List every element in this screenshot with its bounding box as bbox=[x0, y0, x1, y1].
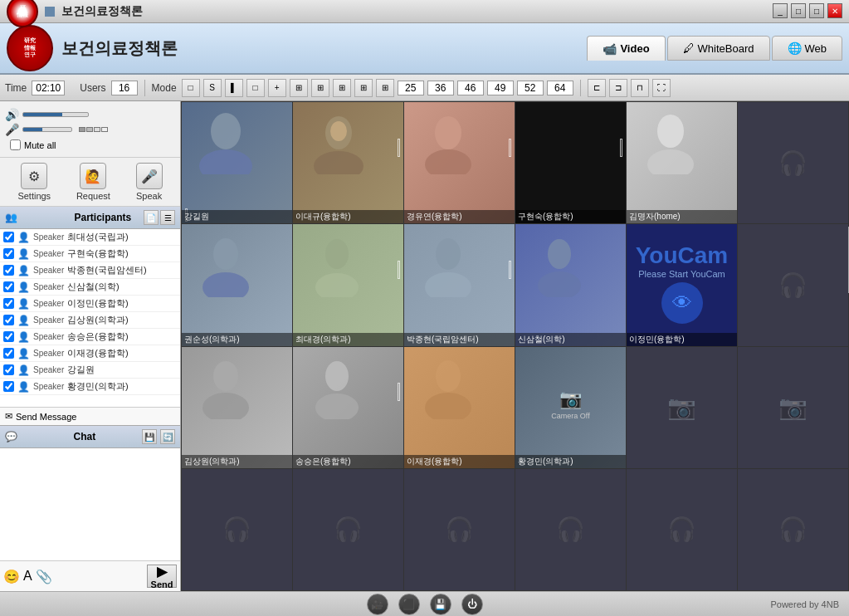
toolbar-fullscreen[interactable]: ⛶ bbox=[652, 79, 671, 97]
video-cell-황경민[interactable]: 📷 Camera Off 황경민(의학과) bbox=[515, 347, 626, 468]
send-button[interactable]: ▶ Send bbox=[147, 565, 177, 588]
chat-area bbox=[0, 448, 180, 560]
svg-point-19 bbox=[325, 361, 349, 391]
status-bar: 🎥 ⬛ 💾 ⏻ Powered by 4NB bbox=[0, 591, 849, 616]
toolbar-action-3[interactable]: ⊓ bbox=[631, 79, 649, 97]
p-checkbox-3[interactable] bbox=[3, 281, 14, 292]
placeholder-headset-icon-r4c1: 🎧 bbox=[222, 516, 251, 543]
mode-btn-6[interactable]: ⊞ bbox=[311, 79, 329, 97]
participants-icon: 👥 bbox=[5, 212, 71, 223]
mode-val-25: 25 bbox=[398, 81, 424, 95]
request-button[interactable]: 🙋 Request bbox=[76, 163, 110, 201]
video-content: 강길원 이대규(융합학) bbox=[181, 101, 849, 591]
svg-point-4 bbox=[330, 121, 347, 141]
app-logo: 研究情報연구 bbox=[7, 25, 53, 71]
p-checkbox-9[interactable] bbox=[3, 381, 14, 392]
mode-btn-7[interactable]: ⊞ bbox=[333, 79, 351, 97]
video-cell-경유연[interactable]: 경유연(융합학) bbox=[404, 102, 515, 223]
mic-slider[interactable] bbox=[22, 127, 72, 132]
video-cell-박종현[interactable]: 박종현(국립암센터) bbox=[404, 224, 515, 345]
mode-btn-3[interactable]: □ bbox=[246, 79, 265, 97]
maximize-button[interactable]: □ bbox=[809, 3, 824, 18]
p-speaker-icon-5: 👤 bbox=[17, 315, 30, 326]
p-checkbox-6[interactable] bbox=[3, 331, 14, 342]
video-cell-김상원[interactable]: 김상원(의학과) bbox=[182, 347, 292, 468]
send-message[interactable]: ✉ Send Message bbox=[0, 407, 180, 425]
record-button[interactable]: 💾 bbox=[430, 594, 451, 615]
video-cell-이재경[interactable]: 이재경(융합학) bbox=[404, 347, 515, 468]
mode-btn-5[interactable]: ⊞ bbox=[290, 79, 308, 97]
p-checkbox-1[interactable] bbox=[3, 248, 14, 259]
tab-video[interactable]: 📹 Video bbox=[587, 36, 665, 61]
video-label-신삼철: 신삼철(의학) bbox=[515, 333, 626, 346]
chat-section: 💬 Chat 💾 🔄 😊 A 📎 ▶ Send bbox=[0, 425, 180, 591]
time-value: 02:10 bbox=[32, 81, 65, 95]
video-cell-이대규[interactable]: 이대규(융합학) bbox=[293, 102, 403, 223]
emoji-icon[interactable]: 😊 bbox=[3, 569, 20, 584]
camera-control-button[interactable]: 🎥 bbox=[367, 594, 388, 615]
font-icon[interactable]: A bbox=[23, 569, 32, 584]
action-buttons: ⚙ Settings 🙋 Request 🎤 Speak bbox=[0, 158, 180, 207]
p-checkbox-4[interactable] bbox=[3, 298, 14, 309]
tab-web[interactable]: 🌐 Web bbox=[772, 36, 843, 61]
video-cell-신삼철[interactable]: 신삼철(의학) bbox=[515, 224, 626, 345]
sidebar: 🔊 🎤 Mute all ⚙ Sett bbox=[0, 101, 181, 591]
mode-btn-1[interactable]: □ bbox=[182, 79, 200, 97]
settings-button[interactable]: ⚙ Settings bbox=[17, 163, 51, 201]
video-label-권순성: 권순성(의학과) bbox=[182, 333, 292, 346]
mode-btn-s[interactable]: S bbox=[203, 79, 222, 97]
whiteboard-tab-icon: 🖊 bbox=[683, 42, 695, 55]
toolbar-action-2[interactable]: ⊐ bbox=[609, 79, 627, 97]
power-button[interactable]: ⏻ bbox=[461, 594, 483, 615]
video-cell-최대경[interactable]: 최대경(의학과) bbox=[293, 224, 403, 345]
video-label-최대경: 최대경(의학과) bbox=[293, 333, 403, 346]
mute-all[interactable]: Mute all bbox=[5, 138, 175, 152]
volume-row-2: 🎤 bbox=[5, 123, 175, 136]
mode-btn-4[interactable]: + bbox=[268, 79, 286, 97]
placeholder-camera-icon-1: 📷 bbox=[667, 394, 696, 421]
p-checkbox-5[interactable] bbox=[3, 315, 14, 325]
svg-point-18 bbox=[202, 393, 249, 419]
video-cell-강길원[interactable]: 강길원 bbox=[182, 102, 292, 223]
mode-btn-8[interactable]: ⊞ bbox=[354, 79, 373, 97]
speaker-slider[interactable] bbox=[22, 112, 89, 117]
svg-point-17 bbox=[213, 361, 238, 391]
minimize-button[interactable]: _ bbox=[773, 3, 788, 18]
list-item: 👤 Speaker 최대성(국립과) bbox=[0, 229, 180, 246]
tab-whiteboard[interactable]: 🖊 WhiteBoard bbox=[667, 36, 770, 61]
volume-row-1: 🔊 bbox=[5, 108, 175, 121]
chat-save-btn[interactable]: 💾 bbox=[142, 429, 157, 444]
close-button[interactable]: ✕ bbox=[827, 3, 842, 18]
camera-off-icon: 📷 bbox=[551, 389, 589, 410]
speaker-icon: 🔊 bbox=[5, 108, 19, 121]
restore-button[interactable]: □ bbox=[791, 3, 806, 18]
video-cell-구현숙[interactable]: 구현숙(융합학) bbox=[515, 102, 626, 223]
list-item: 👤 Speaker 이정민(융합학) bbox=[0, 296, 180, 312]
video-cell-이정민[interactable]: YouCam Please Start YouCam 👁 이정민(융합학) bbox=[627, 224, 737, 345]
video-cell-송승은[interactable]: 송승은(융합학) bbox=[293, 347, 403, 468]
p-checkbox-7[interactable] bbox=[3, 348, 14, 359]
mode-btn-9[interactable]: ⊞ bbox=[376, 79, 394, 97]
video-cell-empty-r3c6: 📷 bbox=[738, 347, 848, 468]
p-checkbox-0[interactable] bbox=[3, 232, 14, 242]
svg-point-21 bbox=[436, 360, 461, 392]
mute-all-checkbox[interactable] bbox=[10, 139, 21, 150]
p-checkbox-8[interactable] bbox=[3, 364, 14, 375]
participants-title: Participants bbox=[75, 212, 141, 223]
participants-export-btn[interactable]: 📄 bbox=[144, 210, 159, 225]
participants-options-btn[interactable]: ☰ bbox=[160, 210, 175, 225]
toolbar-action-1[interactable]: ⊏ bbox=[588, 79, 606, 97]
video-cell-권순성[interactable]: 권순성(의학과) bbox=[182, 224, 292, 345]
p-speaker-icon-3: 👤 bbox=[17, 281, 30, 293]
speak-button[interactable]: 🎤 Speak bbox=[136, 163, 163, 201]
stop-button[interactable]: ⬛ bbox=[398, 594, 420, 615]
mode-btn-2[interactable]: ▌ bbox=[225, 79, 243, 97]
main-container: 🔊 🎤 Mute all ⚙ Sett bbox=[0, 101, 849, 591]
attach-icon[interactable]: 📎 bbox=[36, 569, 52, 584]
chat-refresh-btn[interactable]: 🔄 bbox=[160, 429, 175, 444]
send-message-icon: ✉ bbox=[5, 411, 12, 422]
mode-val-36: 36 bbox=[427, 81, 454, 95]
video-cell-김명자[interactable]: 김명자(home) bbox=[627, 102, 737, 223]
svg-point-22 bbox=[425, 393, 471, 419]
p-checkbox-2[interactable] bbox=[3, 265, 14, 276]
